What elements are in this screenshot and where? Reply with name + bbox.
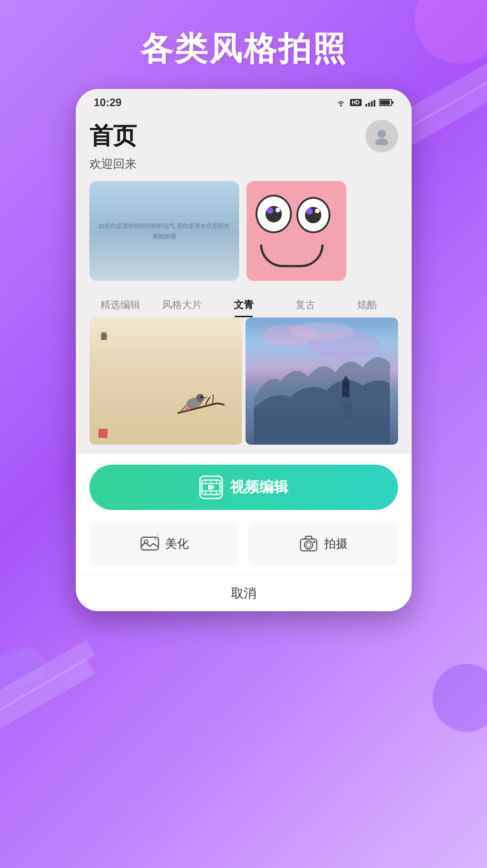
grid-item-landscape[interactable] [246,318,398,445]
beautify-label: 美化 [165,536,189,552]
tab-literary[interactable]: 文青 [213,292,275,317]
svg-point-7 [200,396,202,398]
tab-retro[interactable]: 复古 [275,292,336,317]
svg-point-8 [186,407,189,411]
pupil-left [266,206,282,222]
signal-bar-2 [368,103,370,107]
video-edit-label: 视频编辑 [230,477,288,497]
eye-highlight-right [315,209,320,213]
calligraphy-text: 毛笔初冬 重新看看老友 [98,327,110,329]
wifi-icon [335,98,346,107]
svg-point-3 [378,130,386,138]
battery-icon [379,98,394,107]
status-time: 10:29 [94,96,122,109]
svg-point-10 [182,410,185,412]
svg-point-9 [189,406,192,409]
landscape-trees [246,368,398,445]
app-content: 首页 欢迎回来 如若你是愿你找得到的好运气 愿你是雨水也是阳光都能如愿 [76,113,412,454]
camera-label: 拍摄 [324,536,348,552]
card-cartoon[interactable] [246,181,346,281]
avatar[interactable] [365,120,398,152]
seal-mark [98,429,108,438]
bg-decoration-2 [433,664,487,732]
cartoon-mouth [260,245,324,267]
bg-decoration-1 [414,0,487,64]
grid-item-painting[interactable]: 毛笔初冬 重新看看老友 [89,318,242,445]
svg-point-13 [290,322,354,340]
signal-bar-1 [365,104,367,107]
beautify-icon [140,534,160,554]
painting-content: 毛笔初冬 重新看看老友 [89,318,242,445]
page-title: 首页 [89,120,137,152]
svg-point-32 [154,539,156,540]
pupil-right [305,207,321,223]
pupil-inner-right [306,208,313,215]
image-grid: 毛笔初冬 重新看看老友 [89,318,398,445]
beautify-button[interactable]: 美化 [89,521,239,566]
cancel-bar[interactable]: 取消 [76,575,412,611]
eye-highlight-left [275,208,280,212]
svg-point-34 [305,541,313,549]
welcome-text: 欢迎回来 [89,156,398,172]
camera-button[interactable]: 拍摄 [248,521,398,566]
cartoon-eye-right [296,197,330,233]
top-bar: 首页 [89,113,398,156]
quick-actions: 美化 拍摄 [89,521,398,566]
card-poetry[interactable]: 如若你是愿你找得到的好运气 愿你是雨水也是阳光都能如愿 [89,181,239,281]
camera-icon [299,534,319,554]
landscape-pagoda [343,401,352,419]
svg-point-4 [375,138,388,145]
status-bar: 10:29 HD [76,89,412,113]
svg-rect-1 [392,101,394,104]
tab-style-film[interactable]: 风格大片 [151,292,213,317]
pupil-inner-left [267,207,273,214]
signal-bar-3 [371,101,373,107]
svg-rect-2 [380,100,390,105]
category-tabs: 精选编辑 风格大片 文青 复古 炫酷 [89,292,398,318]
featured-cards: 如若你是愿你找得到的好运气 愿你是雨水也是阳光都能如愿 [89,181,398,281]
avatar-icon [373,127,391,145]
svg-point-35 [306,543,311,547]
tab-cool[interactable]: 炫酷 [336,292,398,317]
svg-point-12 [308,331,381,358]
video-edit-icon [199,476,223,499]
svg-point-11 [263,324,317,347]
svg-point-6 [196,394,204,402]
card-poetry-text: 如若你是愿你找得到的好运气 愿你是雨水也是阳光都能如愿 [89,211,239,251]
signal-icon [365,98,375,107]
svg-rect-36 [313,541,315,543]
film-strip-icon [201,479,221,495]
status-icons: HD [335,98,393,107]
page-header-title: 各类风格拍照 [140,27,347,71]
hd-badge: HD [350,99,361,106]
bird-painting [174,372,228,427]
phone-mockup: 10:29 HD 首页 [76,89,412,611]
bottom-area: 视频编辑 美化 [76,454,412,575]
signal-bar-4 [374,100,375,107]
tab-curated-edit[interactable]: 精选编辑 [89,292,151,317]
cartoon-face [251,190,342,272]
cartoon-eye-left [256,195,292,233]
video-edit-button[interactable]: 视频编辑 [89,465,398,510]
